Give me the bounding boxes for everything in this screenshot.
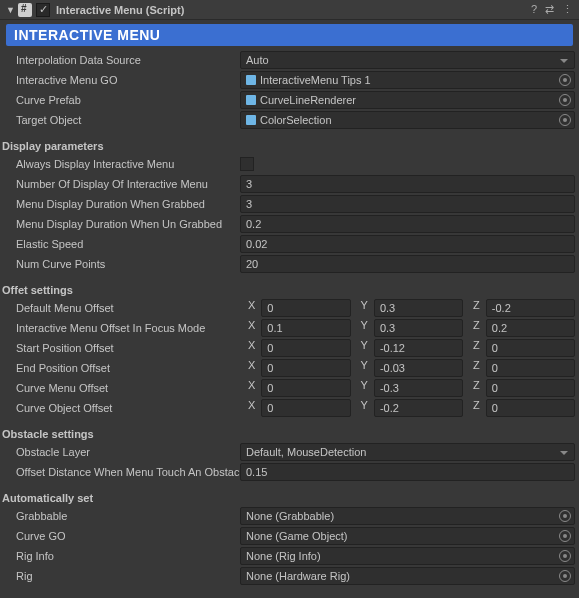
y-input[interactable]: -0.03 <box>374 359 463 377</box>
label: Curve Prefab <box>16 94 240 106</box>
x-input[interactable]: 0.1 <box>261 319 350 337</box>
curve-prefab-field[interactable]: CurveLineRenderer <box>240 91 575 109</box>
label: Number Of Display Of Interactive Menu <box>16 178 240 190</box>
z-input[interactable]: 0 <box>486 339 575 357</box>
label: Target Object <box>16 114 240 126</box>
section-title: Automatically set <box>2 492 575 504</box>
object-picker-icon[interactable] <box>559 114 571 126</box>
component-header[interactable]: ▼ Interactive Menu (Script) ? ⇄ ⋮ <box>0 0 579 20</box>
y-input[interactable]: -0.3 <box>374 379 463 397</box>
label: Curve GO <box>16 530 240 542</box>
prefab-icon <box>246 75 256 85</box>
z-input[interactable]: 0.2 <box>486 319 575 337</box>
default-menu-offset: Default Menu Offset X0 Y0.3 Z-0.2 <box>16 298 575 318</box>
script-icon <box>18 3 32 17</box>
label: Obstacle Layer <box>16 446 240 458</box>
label: Menu Display Duration When Grabbed <box>16 198 240 210</box>
y-input[interactable]: 0.3 <box>374 319 463 337</box>
duration-grabbed-input[interactable]: 3 <box>240 195 575 213</box>
x-input[interactable]: 0 <box>261 339 350 357</box>
label: Menu Display Duration When Un Grabbed <box>16 218 240 230</box>
label: Rig Info <box>16 550 240 562</box>
y-input[interactable]: 0.3 <box>374 299 463 317</box>
label: Always Display Interactive Menu <box>16 158 240 170</box>
interpolation-dropdown[interactable]: Auto <box>240 51 575 69</box>
menu-icon[interactable]: ⋮ <box>562 3 573 16</box>
interactive-menu-go-field[interactable]: InteractiveMenu Tips 1 <box>240 71 575 89</box>
y-input[interactable]: -0.2 <box>374 399 463 417</box>
curve-object-offset: Curve Object Offset X0 Y-0.2 Z0 <box>16 398 575 418</box>
section-title: Offet settings <box>2 284 575 296</box>
rig-info-field[interactable]: None (Rig Info) <box>240 547 575 565</box>
object-picker-icon[interactable] <box>559 570 571 582</box>
label: Interpolation Data Source <box>16 54 240 66</box>
focus-mode-offset: Interactive Menu Offset In Focus Mode X0… <box>16 318 575 338</box>
object-picker-icon[interactable] <box>559 510 571 522</box>
help-icon[interactable]: ? <box>531 3 537 16</box>
preset-icon[interactable]: ⇄ <box>545 3 554 16</box>
foldout-icon[interactable]: ▼ <box>6 5 16 15</box>
label: Rig <box>16 570 240 582</box>
end-position-offset: End Position Offset X0 Y-0.03 Z0 <box>16 358 575 378</box>
duration-ungrabbed-input[interactable]: 0.2 <box>240 215 575 233</box>
curve-menu-offset: Curve Menu Offset X0 Y-0.3 Z0 <box>16 378 575 398</box>
z-input[interactable]: -0.2 <box>486 299 575 317</box>
prefab-icon <box>246 115 256 125</box>
section-title: Display parameters <box>2 140 575 152</box>
object-picker-icon[interactable] <box>559 74 571 86</box>
title-banner: INTERACTIVE MENU <box>6 24 573 46</box>
label: Grabbable <box>16 510 240 522</box>
target-object-field[interactable]: ColorSelection <box>240 111 575 129</box>
z-input[interactable]: 0 <box>486 359 575 377</box>
rig-field[interactable]: None (Hardware Rig) <box>240 567 575 585</box>
object-picker-icon[interactable] <box>559 530 571 542</box>
start-position-offset: Start Position Offset X0 Y-0.12 Z0 <box>16 338 575 358</box>
inspector-panel: ▼ Interactive Menu (Script) ? ⇄ ⋮ INTERA… <box>0 0 579 592</box>
prefab-icon <box>246 95 256 105</box>
curve-go-field[interactable]: None (Game Object) <box>240 527 575 545</box>
x-input[interactable]: 0 <box>261 299 350 317</box>
always-display-checkbox[interactable] <box>240 157 254 171</box>
section-title: Obstacle settings <box>2 428 575 440</box>
label: Interactive Menu GO <box>16 74 240 86</box>
num-curve-points-input[interactable]: 20 <box>240 255 575 273</box>
offset-distance-input[interactable]: 0.15 <box>240 463 575 481</box>
x-input[interactable]: 0 <box>261 359 350 377</box>
label: Elastic Speed <box>16 238 240 250</box>
obstacle-layer-dropdown[interactable]: Default, MouseDetection <box>240 443 575 461</box>
x-input[interactable]: 0 <box>261 379 350 397</box>
label: Offset Distance When Menu Touch An Obsta… <box>16 466 240 478</box>
elastic-speed-input[interactable]: 0.02 <box>240 235 575 253</box>
object-picker-icon[interactable] <box>559 94 571 106</box>
enable-checkbox[interactable] <box>36 3 50 17</box>
y-input[interactable]: -0.12 <box>374 339 463 357</box>
component-title: Interactive Menu (Script) <box>56 4 531 16</box>
z-input[interactable]: 0 <box>486 379 575 397</box>
num-display-input[interactable]: 3 <box>240 175 575 193</box>
z-input[interactable]: 0 <box>486 399 575 417</box>
x-input[interactable]: 0 <box>261 399 350 417</box>
label: Num Curve Points <box>16 258 240 270</box>
object-picker-icon[interactable] <box>559 550 571 562</box>
grabbable-field[interactable]: None (Grabbable) <box>240 507 575 525</box>
